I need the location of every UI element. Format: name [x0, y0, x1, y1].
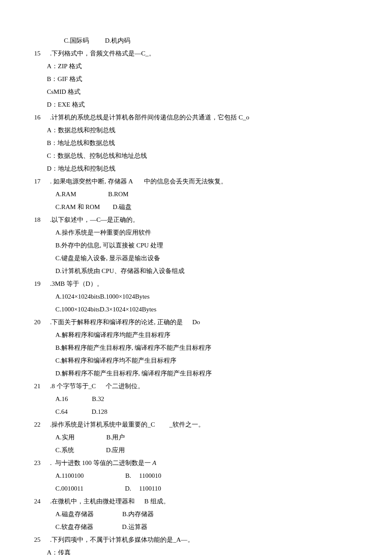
text-line: C.1000×1024bitsD.3×1024×1024Bytes — [34, 303, 358, 316]
text-line: A.RAM B.ROM — [34, 188, 358, 200]
question-number: 18 — [34, 213, 47, 226]
text-line: A：数据总线和控制总线 — [34, 124, 358, 137]
text-line: 19 .3MB 等于（D）。 — [34, 277, 358, 290]
text-line: A.解释程序和编译程序均能产生目标程序 — [34, 328, 358, 341]
text-line: C.解释程序和编译程序均不能产生目标程序 — [34, 354, 358, 367]
question-text: .在微机中，主机由微处理器和 B 组成。 — [47, 495, 170, 508]
text-line: A.1100100 B. 1100010 — [34, 469, 358, 482]
text-line: C.系统 D.应用 — [34, 444, 358, 456]
question-number: 24 — [34, 495, 47, 508]
question-text: .8 个字节等于_C 个二进制位。 — [47, 380, 144, 392]
question-number: 23 — [34, 456, 47, 469]
text-line: 16 .计算机的系统总线是计算机各部件间传递信息的公共通道，它包括 C_o — [34, 111, 358, 124]
text-line: D.解释程序不能产生目标程序, 编译程序能产生目标程序 — [34, 367, 358, 380]
text-line: A.磁盘存储器 B.内存储器 — [34, 508, 358, 520]
question-number: 21 — [34, 380, 47, 392]
text-line: C.键盘是输入设备, 显示器是输出设备 — [34, 252, 358, 264]
text-line: C：数据总线、控制总线和地址总线 — [34, 149, 358, 162]
text-line: 25 .下列四项中，不属于计算机多媒体功能的是_A—。 — [34, 533, 358, 546]
text-line: 20 .下面关于解释程序和编译程序的论述, 正确的是 Do — [34, 316, 358, 328]
question-text: .下列四项中，不属于计算机多媒体功能的是_A—。 — [47, 533, 194, 546]
text-line: 23 . 与十进数 100 等值的二进制数是一 A — [34, 456, 358, 469]
text-line: B：GIF 格式 — [34, 73, 358, 85]
text-line: C.0010011 D. 1100110 — [34, 482, 358, 495]
question-text: .计算机的系统总线是计算机各部件间传递信息的公共通道，它包括 C_o — [47, 111, 249, 124]
text-line: 21 .8 个字节等于_C 个二进制位。 — [34, 380, 358, 392]
question-text: .以下叙述中，—C—是正确的。 — [47, 213, 139, 226]
question-text: .3MB 等于（D）。 — [47, 277, 103, 290]
text-line: 22 .操作系统是计算机系统中最重要的_C _软件之一。 — [34, 418, 358, 431]
text-line: B：地址总线和数据总线 — [34, 137, 358, 149]
question-number: 20 — [34, 316, 47, 328]
question-number: 15 — [34, 47, 47, 60]
text-line: C.64 D.128 — [34, 405, 358, 418]
text-line: 24 .在微机中，主机由微处理器和 B 组成。 — [34, 495, 358, 508]
text-line: 18 .以下叙述中，—C—是正确的。 — [34, 213, 358, 226]
text-line: D：地址总线和控制总线 — [34, 162, 358, 175]
text-line: 15 .下列格式中，音频文件格式是—C_。 — [34, 47, 358, 60]
text-line: C.国际码 D.机内码 — [34, 34, 358, 47]
text-line: 17 . 如果电源突然中断, 存储器 A 中的信息会丢失而无法恢复。 — [34, 175, 358, 188]
text-line: D.计算机系统由 CPU、存储器和输入设备组成 — [34, 264, 358, 277]
text-line: C.RAM 和 ROM D.磁盘 — [34, 200, 358, 213]
document-body: C.国际码 D.机内码15 .下列格式中，音频文件格式是—C_。A：ZIP 格式… — [34, 34, 358, 555]
text-line: B.解释程序能产生目标程序, 编译程序不能产生目标程序 — [34, 341, 358, 354]
text-line: D：EXE 格式 — [34, 98, 358, 111]
question-text: . 如果电源突然中断, 存储器 A 中的信息会丢失而无法恢复。 — [47, 175, 227, 188]
text-line: B.外存中的信息, 可以直接被 CPU 处理 — [34, 239, 358, 252]
question-number: 17 — [34, 175, 47, 188]
text-line: A.实用 B.用户 — [34, 431, 358, 444]
question-text: .下列格式中，音频文件格式是—C_。 — [47, 47, 155, 60]
text-line: A.16 B.32 — [34, 392, 358, 405]
text-line: A：ZIP 格式 — [34, 60, 358, 73]
question-number: 25 — [34, 533, 47, 546]
question-text: .下面关于解释程序和编译程序的论述, 正确的是 Do — [47, 316, 200, 328]
text-line: A：传真 — [34, 546, 358, 555]
text-line: CsMID 格式 — [34, 85, 358, 98]
text-line: C.软盘存储器 D.运算器 — [34, 520, 358, 533]
question-number: 22 — [34, 418, 47, 431]
question-number: 19 — [34, 277, 47, 290]
text-line: A.1024×1024bitsB.1000×1024Bytes — [34, 290, 358, 303]
text-line: A.操作系统是一种重要的应用软件 — [34, 226, 358, 239]
question-number: 16 — [34, 111, 47, 124]
question-text: . 与十进数 100 等值的二进制数是一 A — [47, 456, 156, 469]
question-text: .操作系统是计算机系统中最重要的_C _软件之一。 — [47, 418, 205, 431]
